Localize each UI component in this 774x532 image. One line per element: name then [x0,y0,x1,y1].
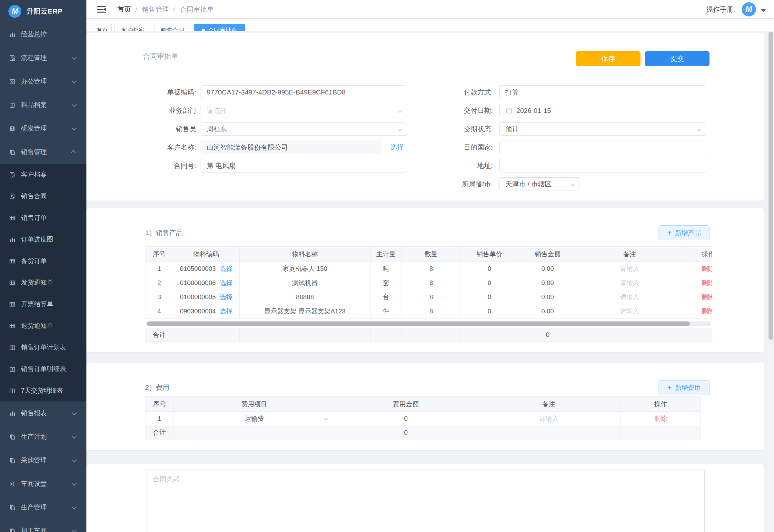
tab-首页[interactable]: 首页 [93,24,112,31]
field-客户名称[interactable]: 山河智能装备股份有限公司 [201,141,381,154]
breadcrumb-home[interactable]: 首页 [117,5,131,14]
table-cell: 0 [461,290,518,304]
choose-material-link[interactable]: 选择 [220,279,233,287]
sidebar-item-发货通知单[interactable]: 发货通知单 [0,272,86,293]
column-header-销售单价: 销售单价 [461,247,518,262]
note-input[interactable]: 请输入 [477,412,621,426]
note-input[interactable]: 请输入 [577,262,682,276]
sidebar-item-研发管理[interactable]: 研发管理 [0,117,86,140]
table-cell: 家庭机器人 150 [240,262,371,276]
add-product-button[interactable]: + 新增产品 [659,225,709,240]
table-cell: 88888 [240,290,371,304]
sidebar-item-退货通知单[interactable]: 退货通知单 [0,315,86,337]
sidebar-item-车间设置[interactable]: 车间设置 [0,472,86,496]
note-input[interactable]: 请输入 [577,290,682,304]
sidebar-item-客户档案[interactable]: 客户档案 [0,164,86,185]
grid-icon [9,214,16,222]
book-open-icon [9,344,16,351]
save-button[interactable]: 保存 [576,51,640,66]
vertical-scrollbar[interactable] [768,31,774,532]
field-交付日期[interactable]: 2026-01-15 [499,104,706,117]
delete-row-link[interactable]: 删除 [654,414,667,423]
form-row: 交期状态:预计 [444,122,706,136]
products-totals: 合计0 [145,328,712,342]
scrollbar-thumb[interactable] [769,32,773,340]
field-label: 付款方式: [444,88,493,97]
breadcrumb-sales[interactable]: 销售管理 [142,5,169,14]
delete-row-link[interactable]: 删除 [702,293,712,301]
field-label: 业务部门 [143,106,196,115]
sidebar-item-销售订单[interactable]: 销售订单 [0,207,86,229]
sidebar-item-7天交货明细表[interactable]: 7天交货明细表 [0,380,86,401]
sidebar-item-订单进度图[interactable]: 订单进度图 [0,229,86,250]
field-地址[interactable] [499,159,706,172]
delete-row-link[interactable]: 删除 [702,307,712,316]
delete-row-link[interactable]: 删除 [702,264,712,273]
sidebar-item-流程管理[interactable]: 流程管理 [0,46,86,70]
field-交期状态[interactable]: 预计 [499,122,706,136]
choose-material-link[interactable]: 选择 [220,293,233,301]
doc-edit-icon [9,193,16,200]
note-input[interactable]: 请输入 [577,304,682,319]
field-销售员[interactable]: 周桂东 [201,122,407,136]
column-header-物料编码: 物料编码 [173,247,240,262]
scrollbar-thumb[interactable] [147,321,690,326]
tab-客户档案[interactable]: 客户档案 [114,24,151,31]
sidebar-item-加工车间[interactable]: 加工车间 [0,519,86,532]
breadcrumb-separator: / [135,5,137,13]
totals-cell [477,426,621,439]
sidebar-item-销售订单明细表[interactable]: 销售订单明细表 [0,358,86,380]
unit-price: 0 [488,279,491,287]
user-avatar[interactable]: M [742,2,756,16]
table-cell: 删除 [682,290,712,304]
totals-cell: 合计 [145,328,173,342]
row-index: 1 [158,415,161,422]
table-cell: 台 [371,290,402,304]
form-row: 付款方式:打算 [444,85,706,99]
choose-material-link[interactable]: 选择 [220,264,233,273]
field-value: 第 电风扇 [207,161,236,170]
field-付款方式[interactable]: 打算 [499,85,706,99]
sidebar-item-备货订单[interactable]: 备货订单 [0,250,86,272]
tab-合同审批单[interactable]: 合同审批单 [194,24,245,31]
field-业务部门[interactable]: 请选择 [201,104,407,117]
delete-row-link[interactable]: 删除 [702,279,712,287]
fee-item-select[interactable]: 运输费 [174,412,335,426]
amount: 0.00 [541,265,554,272]
totals-cell: 0 [335,426,477,439]
sidebar-item-采购管理[interactable]: 采购管理 [0,448,86,472]
sidebar-item-开票结算单[interactable]: 开票结算单 [0,293,86,315]
note-placeholder: 请输入 [539,414,559,423]
contract-terms-textarea[interactable]: 合同条款 [146,469,705,532]
sidebar-item-销售管理[interactable]: 销售管理 [0,140,86,164]
add-fee-button[interactable]: + 新增费用 [659,380,709,395]
sidebar-item-料品档案[interactable]: 料品档案 [0,93,86,117]
sidebar-item-销售合同[interactable]: 销售合同 [0,185,86,207]
tab-销售合同[interactable]: 销售合同 [154,24,191,31]
sidebar-item-生产计划[interactable]: 生产计划 [0,425,86,448]
horizontal-scrollbar[interactable] [146,321,711,326]
tab-label: 合同审批单 [208,26,237,31]
hamburger-icon[interactable] [97,6,106,13]
sidebar-item-label: 销售报表 [21,409,47,418]
sidebar-item-生产管理[interactable]: 生产管理 [0,496,86,519]
sidebar-item-销售订单计划表[interactable]: 销售订单计划表 [0,337,86,358]
field-目的国家[interactable] [499,141,706,154]
grid-icon [9,258,16,265]
sidebar-item-办公管理[interactable]: 办公管理 [0,70,86,93]
choose-customer-link[interactable]: 选择 [390,143,404,152]
book-files-icon [9,102,16,109]
sidebar-item-label: 经营总控 [21,30,47,39]
field-合同号[interactable]: 第 电风扇 [201,159,407,172]
fee-amount: 0 [404,415,408,422]
field-单据编码[interactable]: 9770CA17-3497-4DB2-995E-B49E9CF61BD8 [201,85,407,99]
note-input[interactable]: 请输入 [577,276,682,290]
sidebar-item-销售报表[interactable]: 销售报表 [0,401,86,425]
choose-material-link[interactable]: 选择 [220,307,233,316]
field-所属省/市[interactable]: 天津市 / 市辖区 [499,177,580,191]
sidebar-item-经营总控[interactable]: 经营总控 [0,23,86,46]
column-header-主计量: 主计量 [371,247,402,262]
submit-button[interactable]: 提交 [645,51,709,66]
manual-link[interactable]: 操作手册 [706,5,733,14]
user-menu-caret-icon[interactable] [761,9,766,12]
